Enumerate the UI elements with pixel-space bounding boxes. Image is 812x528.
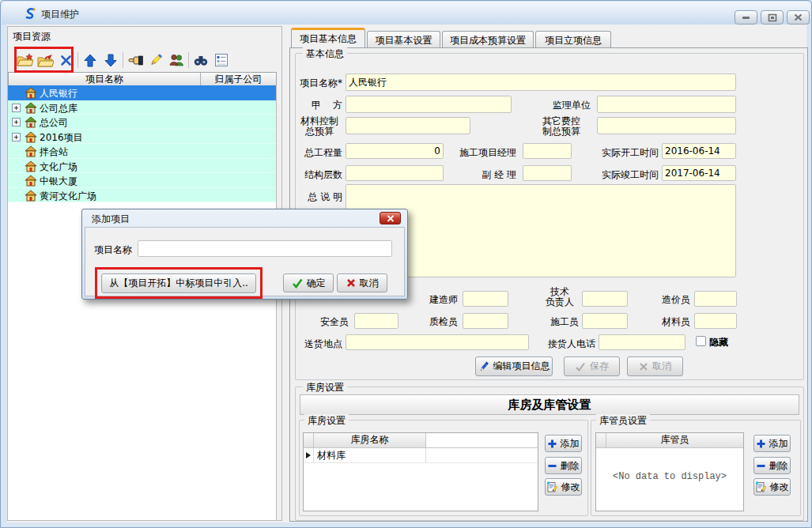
tab-project-approval-info[interactable]: 项目立项信息 [535,31,611,47]
expand-plus-icon[interactable] [12,104,21,112]
find-icon[interactable] [191,50,211,70]
warehouse-grid: 库房名称 材料库 [303,432,538,511]
builder-input[interactable] [463,291,508,307]
no-data-text: <No data to display> [596,471,743,482]
material-budget-label: 材料控制总预算 [296,116,342,137]
move-up-icon[interactable] [80,50,100,70]
constructor-input[interactable] [582,313,628,329]
keeper-grid: 库管员 <No data to display> [595,432,744,511]
actual-start-input[interactable] [662,143,736,159]
column-subsidiary[interactable]: 归属子公司 [201,73,276,85]
cancel-button[interactable]: 取消 [627,356,683,376]
party-a-input[interactable] [346,96,512,113]
edit-pencil-icon[interactable] [145,50,166,70]
tree-item[interactable]: 人民银行 [8,85,276,100]
add-label: 添加 [769,437,788,451]
close-button[interactable] [787,10,810,25]
modify-label: 修改 [561,481,580,494]
cancel-label: 取消 [652,360,671,373]
save-button[interactable]: 保存 [564,356,620,376]
tab-label: 项目成本预算设置 [450,35,526,46]
check-icon [575,362,586,371]
tab-project-basic-settings[interactable]: 项目基本设置 [367,31,440,47]
group-basic-info-label: 基本信息 [303,47,347,61]
minimize-button[interactable] [735,10,757,25]
constructor-label: 施工员 [541,315,579,329]
builder-label: 建造师 [418,293,458,307]
structure-layers-input[interactable] [346,165,444,181]
total-quantity-input[interactable] [346,143,444,159]
tree-item[interactable]: 黄河文化广场 [8,188,276,203]
keeper-grid-header: 库管员 [596,433,743,448]
hide-checkbox[interactable] [696,336,706,346]
tree-item[interactable]: 中银大厦 [8,173,276,188]
dialog-project-name-input[interactable] [138,240,392,257]
restore-button[interactable] [761,10,784,25]
warehouse-remove-button[interactable]: 删除 [545,457,582,474]
material-budget-input[interactable] [346,117,470,134]
keeper-modify-button[interactable]: 修改 [753,478,791,496]
x-icon [387,215,395,222]
safety-officer-input[interactable] [354,313,398,329]
structure-layers-label: 结构层数 [296,168,342,182]
warehouse-row[interactable]: 材料库 [304,448,538,463]
quality-inspector-input[interactable] [463,313,508,329]
tree-item[interactable]: 拌合站 [8,144,276,159]
tree-item-label: 2016项目 [40,131,83,145]
material-clerk-input[interactable] [694,313,737,329]
receiver-phone-input[interactable] [599,334,685,350]
pencil-icon [478,361,489,372]
other-budget-input[interactable] [597,117,736,134]
toolbar-separator [77,52,78,68]
add-label: 添加 [561,437,580,451]
material-clerk-label: 材料员 [652,315,690,329]
view-settings-icon[interactable] [211,50,232,70]
left-panel-caption: 项目资源 [13,30,51,43]
dialog-ok-button[interactable]: 确定 [283,273,334,292]
row-marker-icon [304,448,314,462]
dialog-close-button[interactable] [380,212,401,224]
row-marker-column [596,433,606,447]
move-down-icon[interactable] [100,50,121,70]
tab-project-cost-budget-settings[interactable]: 项目成本预算设置 [442,31,534,47]
column-project-name[interactable]: 项目名称 [9,73,201,85]
edit-project-info-button[interactable]: 编辑项目信息 [475,356,553,376]
tree-item[interactable]: 2016项目 [8,130,276,145]
warehouse-modify-button[interactable]: 修改 [545,478,582,496]
tech-lead-input[interactable] [582,291,628,307]
project-name-input[interactable] [346,74,736,91]
delivery-address-input[interactable] [346,334,529,350]
keeper-remove-button[interactable]: 删除 [753,457,791,474]
supervisor-input[interactable] [597,96,736,113]
keeper-add-button[interactable]: 添加 [753,435,791,452]
project-manager-input[interactable] [523,143,572,159]
deputy-manager-input[interactable] [523,165,572,181]
tree-item-label: 黄河文化广场 [40,190,96,203]
warehouse-add-button[interactable]: 添加 [545,435,582,452]
warehouse-row-label: 材料库 [314,448,426,462]
tree-item[interactable]: 总公司 [8,115,276,130]
warehouse-group-label: 库房设置 [303,381,347,394]
tab-project-basic-info[interactable]: 项目基本信息 [291,28,365,47]
dialog-cancel-button[interactable]: 取消 [337,273,387,292]
expand-plus-icon[interactable] [12,118,21,126]
tree-item-label: 拌合站 [40,145,68,159]
assign-hand-icon[interactable] [125,50,145,70]
tab-label: 项目基本信息 [300,33,357,44]
edit-project-info-label: 编辑项目信息 [493,360,550,373]
actual-finish-input[interactable] [662,165,736,181]
project-tree: 人民银行公司总库总公司2016项目拌合站文化广场中银大厦黄河文化广场 [8,85,277,520]
warehouse-name-column[interactable]: 库房名称 [314,433,426,447]
cost-estimator-input[interactable] [694,291,737,307]
expand-plus-icon[interactable] [12,133,21,141]
tree-item[interactable]: 公司总库 [8,100,276,115]
party-a-label: 甲 方 [296,99,342,112]
titlebar: 项目维护 [2,2,810,25]
personnel-icon[interactable] [166,50,187,70]
keeper-group-label: 库管员设置 [596,414,650,428]
warehouse-grid-header: 库房名称 [304,433,538,448]
keeper-column[interactable]: 库管员 [606,433,743,447]
tech-lead-label: 技术负责人 [541,287,579,307]
tree-item[interactable]: 文化广场 [8,159,276,174]
receiver-phone-label: 接货人电话 [535,338,595,351]
